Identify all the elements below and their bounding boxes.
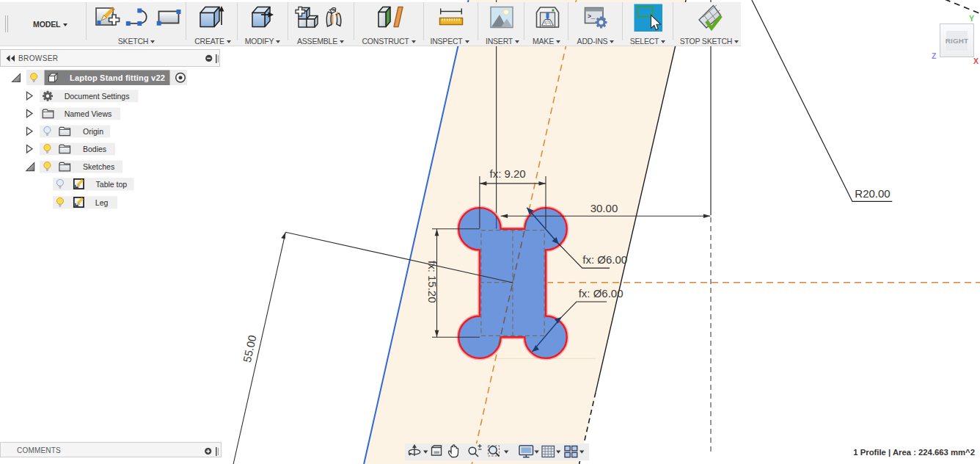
svg-text:Document Settings: Document Settings [65, 92, 130, 101]
svg-text:Origin: Origin [83, 127, 103, 136]
svg-text:Bodies: Bodies [83, 145, 106, 153]
svg-text:Named Views: Named Views [65, 109, 112, 118]
svg-text:Leg: Leg [95, 198, 109, 207]
svg-text:fx: Ø6.00: fx: Ø6.00 [582, 253, 627, 266]
svg-text:Laptop Stand fitting v22: Laptop Stand fitting v22 [70, 73, 165, 82]
svg-text:R20.00: R20.00 [855, 187, 890, 200]
svg-text:Sketches: Sketches [83, 162, 114, 171]
svg-text:fx: 15.20: fx: 15.20 [426, 261, 439, 303]
svg-text:Table top: Table top [96, 180, 128, 189]
svg-text:fx: 9.20: fx: 9.20 [490, 167, 526, 180]
svg-text:30.00: 30.00 [590, 202, 618, 214]
svg-text:55.00: 55.00 [241, 334, 259, 363]
svg-text:fx: Ø6.00: fx: Ø6.00 [579, 287, 624, 300]
svg-text:>_: >_ [588, 13, 596, 21]
